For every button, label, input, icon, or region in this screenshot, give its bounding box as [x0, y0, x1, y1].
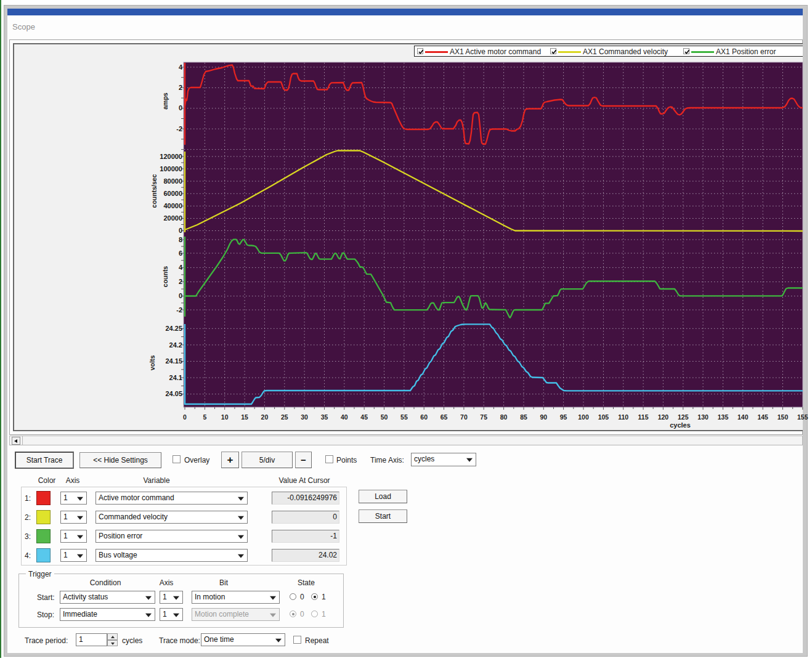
- svg-text:115: 115: [638, 413, 649, 421]
- svg-text:120: 120: [658, 413, 669, 421]
- svg-text:110: 110: [618, 413, 628, 421]
- svg-text:6: 6: [179, 249, 182, 257]
- svg-text:24.1: 24.1: [169, 374, 182, 381]
- svg-text:70: 70: [460, 413, 468, 421]
- svg-text:8: 8: [179, 236, 182, 243]
- svg-text:50: 50: [381, 413, 388, 421]
- svg-text:35: 35: [321, 413, 328, 421]
- svg-text:counts/sec: counts/sec: [150, 174, 158, 208]
- svg-text:45: 45: [360, 413, 368, 421]
- svg-text:30: 30: [301, 413, 308, 421]
- svg-text:2: 2: [179, 278, 182, 285]
- svg-text:10: 10: [221, 413, 229, 421]
- svg-text:24.15: 24.15: [165, 357, 182, 365]
- svg-text:-2: -2: [176, 306, 182, 314]
- svg-text:20: 20: [261, 413, 269, 421]
- svg-text:135: 135: [718, 413, 729, 421]
- svg-text:60000: 60000: [163, 190, 182, 197]
- svg-text:counts: counts: [161, 266, 169, 288]
- svg-text:0: 0: [179, 104, 182, 112]
- svg-text:65: 65: [441, 413, 448, 421]
- svg-text:75: 75: [480, 413, 487, 421]
- svg-text:55: 55: [400, 413, 408, 421]
- svg-text:120000: 120000: [160, 153, 182, 160]
- svg-text:0: 0: [183, 413, 187, 421]
- svg-text:100: 100: [578, 413, 589, 421]
- svg-text:volts: volts: [148, 355, 156, 371]
- svg-text:40000: 40000: [163, 202, 182, 209]
- svg-text:amps: amps: [161, 92, 169, 110]
- svg-text:24.25: 24.25: [165, 325, 182, 332]
- svg-text:15: 15: [241, 413, 248, 421]
- svg-text:80000: 80000: [163, 177, 182, 185]
- svg-text:145: 145: [757, 413, 768, 421]
- svg-text:85: 85: [520, 413, 527, 421]
- svg-text:0: 0: [179, 292, 182, 299]
- svg-text:60: 60: [420, 413, 428, 421]
- svg-text:130: 130: [697, 413, 708, 421]
- svg-text:4: 4: [179, 264, 183, 271]
- svg-text:-2: -2: [176, 125, 182, 132]
- svg-text:0: 0: [179, 227, 182, 234]
- svg-text:40: 40: [341, 413, 348, 421]
- svg-text:125: 125: [678, 413, 689, 421]
- svg-text:90: 90: [540, 413, 547, 421]
- svg-text:24.05: 24.05: [165, 390, 182, 397]
- svg-text:140: 140: [737, 413, 749, 421]
- svg-text:95: 95: [560, 413, 567, 421]
- svg-text:100000: 100000: [160, 165, 182, 172]
- svg-text:80: 80: [500, 413, 508, 421]
- svg-text:155: 155: [797, 413, 808, 421]
- svg-text:5: 5: [203, 413, 206, 421]
- svg-text:150: 150: [777, 413, 789, 421]
- svg-text:20000: 20000: [163, 214, 182, 222]
- svg-text:105: 105: [598, 413, 609, 421]
- svg-text:24.2: 24.2: [169, 341, 182, 349]
- svg-text:25: 25: [281, 413, 288, 421]
- svg-text:cycles: cycles: [670, 421, 691, 429]
- svg-text:2: 2: [179, 84, 182, 91]
- svg-text:4: 4: [179, 63, 183, 71]
